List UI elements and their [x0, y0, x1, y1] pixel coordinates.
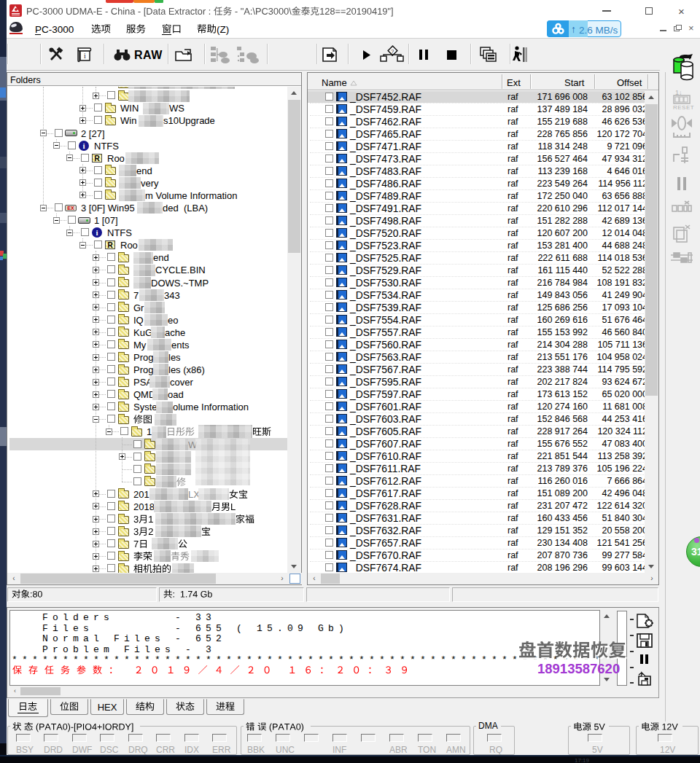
svg-text:?: ? [391, 48, 394, 55]
svg-text:i: i [84, 52, 86, 60]
